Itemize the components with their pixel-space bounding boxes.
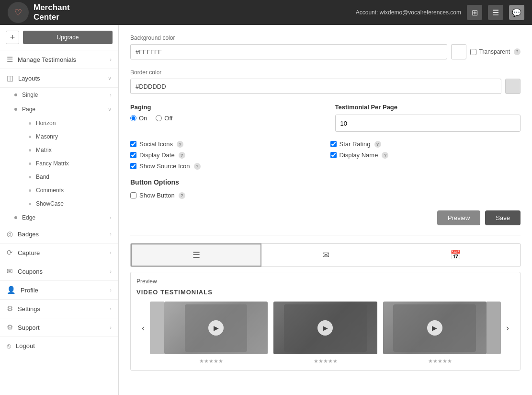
sidebar-item-profile[interactable]: 👤 Profile ›	[0, 281, 118, 300]
star-rating-checkbox[interactable]	[330, 141, 337, 147]
logo-heart-icon: ♡	[14, 7, 22, 18]
topbar-title: Merchant Center	[34, 3, 70, 23]
sidebar-item-logout[interactable]: ⎋ Logout	[0, 337, 118, 355]
video-card-partial-left	[150, 302, 164, 354]
display-name-help-icon[interactable]: ?	[382, 152, 388, 159]
sidebar-item-label: Page	[22, 106, 35, 113]
sidebar-item-label: Layouts	[18, 75, 40, 82]
tab-calendar[interactable]: 📅	[391, 244, 520, 267]
sidebar-item-settings[interactable]: ⚙ Settings ›	[0, 300, 118, 318]
chevron-right-icon: ›	[110, 325, 112, 330]
star-rating-help-icon[interactable]: ?	[374, 141, 381, 148]
transparent-help-icon[interactable]: ?	[514, 48, 521, 55]
star-rating-label: Star Rating	[340, 140, 371, 148]
sidebar-item-page[interactable]: Page ∨	[10, 102, 118, 116]
paging-off-label: Off	[164, 115, 172, 122]
chevron-right-icon: ›	[110, 306, 112, 312]
sidebar-item-label: Comments	[36, 187, 64, 194]
star-group-3: ★★★★★	[385, 358, 494, 364]
carousel-prev-arrow[interactable]: ‹	[136, 323, 150, 333]
topbar-grid-icon[interactable]: ⊞	[467, 5, 482, 20]
display-name-checkbox[interactable]	[330, 152, 337, 158]
topbar-left: ♡ Merchant Center	[8, 2, 70, 23]
dot-icon	[14, 108, 17, 111]
video-card-2: ▶	[273, 302, 377, 354]
border-color-swatch[interactable]	[505, 79, 521, 94]
sidebar-item-manage-testimonials[interactable]: ☰ Manage Testimonials ›	[0, 50, 118, 69]
preview-section: Preview VIDEO TESTIMONIALS ‹ ▶	[130, 272, 521, 371]
dot2-icon	[29, 149, 31, 151]
main-layout: + Upgrade ☰ Manage Testimonials › ◫ Layo…	[0, 25, 532, 395]
sidebar-item-showcase[interactable]: ShowCase	[24, 197, 118, 210]
paging-off-option[interactable]: Off	[156, 115, 172, 122]
display-date-checkbox[interactable]	[130, 152, 136, 158]
topbar-list-icon[interactable]: ☰	[488, 5, 503, 20]
video-play-btn-3[interactable]: ▶	[427, 320, 442, 336]
sidebar-upgrade-button[interactable]: Upgrade	[23, 31, 113, 44]
sidebar-item-horizon[interactable]: Horizon	[24, 116, 118, 130]
sidebar-item-masonry[interactable]: Masonry	[24, 130, 118, 143]
preview-button[interactable]: Preview	[437, 210, 480, 225]
sidebar-item-fancy-matrix[interactable]: Fancy Matrix	[24, 157, 118, 170]
show-button-help-icon[interactable]: ?	[179, 192, 185, 199]
paging-off-radio[interactable]	[156, 115, 162, 121]
border-color-label: Border color	[130, 69, 521, 76]
chevron-right-icon: ›	[110, 57, 112, 62]
topbar-chat-icon[interactable]: 💬	[509, 5, 524, 20]
testimonial-per-page-section: Testimonial Per Page	[335, 104, 521, 132]
testimonial-per-page-input[interactable]	[335, 115, 521, 132]
sidebar-item-badges[interactable]: ◎ Badges ›	[0, 225, 118, 244]
show-source-icon-help-icon[interactable]: ?	[194, 163, 201, 170]
sidebar-item-label: Matrix	[36, 147, 52, 153]
show-button-label: Show Button	[139, 192, 175, 199]
coupons-icon: ✉	[7, 267, 13, 276]
video-play-btn-1[interactable]: ▶	[208, 320, 224, 336]
sidebar-item-label: Single	[22, 92, 38, 98]
sidebar-add-button[interactable]: +	[6, 31, 19, 44]
preview-label: Preview	[136, 278, 514, 285]
sidebar-item-support[interactable]: ⚙ Support ›	[0, 318, 118, 337]
social-icons-checkbox[interactable]	[130, 141, 136, 147]
paging-testimonial-row: Paging On Off Testimonial Per Page	[130, 104, 521, 132]
sidebar-item-label: Manage Testimonials	[18, 56, 76, 63]
sidebar-item-edge[interactable]: Edge ›	[10, 210, 118, 225]
carousel-next-arrow[interactable]: ›	[501, 323, 514, 333]
dot2-icon	[29, 176, 31, 178]
sidebar-item-label: Band	[36, 174, 49, 180]
background-color-input[interactable]	[130, 44, 447, 59]
star-rating-checkbox-item: Star Rating ?	[330, 140, 521, 148]
paging-on-radio[interactable]	[130, 115, 136, 121]
sidebar-item-single[interactable]: Single ›	[10, 88, 118, 102]
preview-video-title: VIDEO TESTIMONIALS	[136, 289, 514, 296]
paging-on-option[interactable]: On	[130, 115, 147, 122]
transparent-checkbox[interactable]	[470, 49, 476, 55]
sidebar-item-comments[interactable]: Comments	[24, 184, 118, 197]
tab-email[interactable]: ✉	[261, 244, 391, 267]
background-color-swatch[interactable]	[451, 44, 466, 59]
checkboxes-grid: Social Icons ? Star Rating ? Display Dat…	[130, 140, 521, 170]
video-play-btn-2[interactable]: ▶	[317, 320, 333, 336]
sidebar-item-label: Horizon	[36, 120, 56, 127]
display-date-help-icon[interactable]: ?	[179, 152, 185, 159]
chevron-right-icon: ›	[110, 231, 112, 237]
show-button-checkbox[interactable]	[130, 192, 136, 198]
social-icons-help-icon[interactable]: ?	[177, 141, 183, 148]
sidebar-item-label: Profile	[21, 287, 38, 294]
sidebar-item-band[interactable]: Band	[24, 170, 118, 184]
border-color-input[interactable]	[130, 79, 501, 94]
sidebar-item-matrix[interactable]: Matrix	[24, 143, 118, 157]
save-button[interactable]: Save	[485, 210, 521, 225]
background-color-row: Transparent ?	[130, 44, 521, 59]
background-color-label: Background color	[130, 35, 521, 41]
profile-icon: 👤	[7, 286, 16, 294]
sidebar-item-layouts[interactable]: ◫ Layouts ∨	[0, 69, 118, 88]
main-content: Background color Transparent ? Border co…	[119, 25, 532, 395]
sidebar-item-capture[interactable]: ⟳ Capture ›	[0, 244, 118, 262]
paging-radio-row: On Off	[130, 115, 316, 122]
stars-row: ★★★★★ ★★★★★ ★★★★★	[136, 358, 514, 364]
show-source-icon-checkbox[interactable]	[130, 163, 136, 169]
button-options-section: Button Options Show Button ?	[130, 178, 521, 199]
tab-list[interactable]: ☰	[131, 244, 261, 267]
capture-icon: ⟳	[7, 248, 13, 257]
sidebar-item-coupons[interactable]: ✉ Coupons ›	[0, 262, 118, 281]
